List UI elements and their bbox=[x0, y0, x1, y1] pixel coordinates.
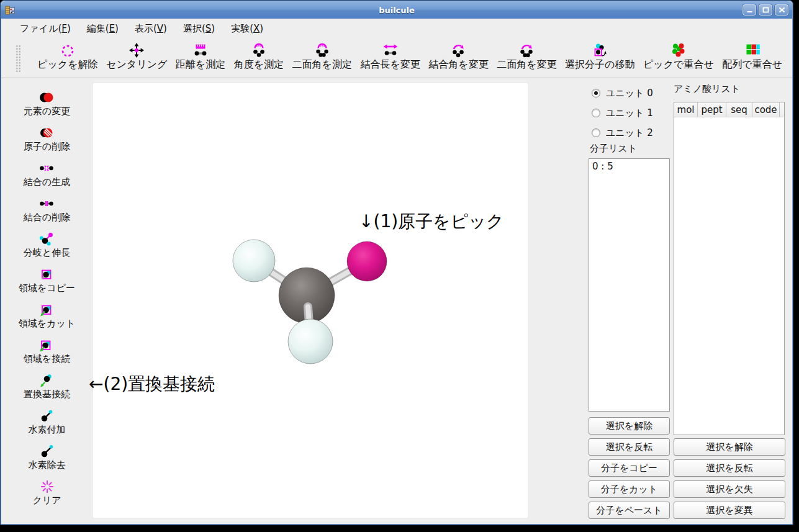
sidebar-delete-bond[interactable]: 結合の削除 bbox=[24, 196, 70, 223]
toolbar-change-bondangle[interactable]: 結合角を変更 bbox=[428, 42, 488, 71]
toolbar-label: 距離を測定 bbox=[176, 58, 225, 71]
radio-label: ユニット 1 bbox=[606, 107, 653, 119]
amino-delete-button[interactable]: 選択を欠失 bbox=[674, 480, 785, 498]
change-element-icon bbox=[38, 89, 55, 106]
deselect-selection-button[interactable]: 選択を解除 bbox=[589, 417, 670, 435]
menu-select[interactable]: 選択(S) bbox=[183, 23, 215, 35]
measure-distance-icon bbox=[192, 42, 209, 58]
sidebar-label: 領域をコピー bbox=[19, 282, 75, 294]
amino-column-header-seq[interactable]: seq bbox=[726, 102, 752, 117]
toolbar-measure-dihedral[interactable]: 二面角を測定 bbox=[292, 42, 352, 71]
create-bond-icon bbox=[38, 160, 55, 176]
toolbar-pick-superpose[interactable]: ピックで重合せ bbox=[643, 42, 714, 71]
sidebar-delete-atom[interactable]: 原子の削除 bbox=[24, 125, 70, 153]
amino-deselect-button[interactable]: 選択を解除 bbox=[674, 438, 785, 456]
molecule-list-item[interactable]: 0 : 5 bbox=[592, 161, 666, 172]
molecule-canvas[interactable]: ↓(1)原子をピック ←(2)置換基接続 bbox=[93, 83, 528, 518]
minimize-button[interactable] bbox=[743, 4, 756, 16]
toolbar-label: 二面角を測定 bbox=[292, 58, 352, 71]
toolbar-label: 配列で重合せ bbox=[722, 58, 782, 71]
amino-column-header-code[interactable]: code bbox=[752, 102, 780, 117]
amino-invert-button[interactable]: 選択を反転 bbox=[674, 459, 785, 477]
app-window: builcule ファイル(F)編集(E)表示(V)選択(S)実験(X) ピック… bbox=[0, 0, 793, 525]
sidebar-remove-hydrogen[interactable]: 水素除去 bbox=[29, 443, 66, 471]
amino-column-header-pept[interactable]: pept bbox=[698, 102, 726, 117]
radio-circle[interactable] bbox=[592, 89, 600, 97]
add-hydrogen-icon bbox=[39, 408, 55, 424]
sidebar-copy-region[interactable]: 領域をコピー bbox=[19, 266, 75, 294]
toolbar-centering[interactable]: センタリング bbox=[106, 42, 167, 71]
radio-circle[interactable] bbox=[592, 128, 600, 137]
sidebar-branch-extend[interactable]: 分岐と伸長 bbox=[24, 231, 70, 259]
unpick-icon bbox=[60, 42, 76, 58]
sidebar-label: 原子の削除 bbox=[24, 141, 70, 153]
change-dihedral-icon bbox=[518, 42, 535, 58]
toolbar-label: 二面角を変更 bbox=[497, 58, 556, 71]
toolbar-measure-angle[interactable]: 角度を測定 bbox=[234, 42, 284, 71]
sidebar-label: 結合の生成 bbox=[24, 176, 70, 188]
window-title: builcule bbox=[1, 6, 792, 15]
toolbar-label: 結合長を変更 bbox=[360, 58, 420, 71]
atom-hydrogen-white[interactable] bbox=[233, 240, 275, 282]
toolbar-label: 角度を測定 bbox=[234, 58, 284, 71]
sidebar-connect-region[interactable]: 領域を接続 bbox=[24, 337, 70, 365]
toolbar-change-dihedral[interactable]: 二面角を変更 bbox=[497, 42, 556, 71]
sidebar-label: 置換基接続 bbox=[24, 389, 70, 400]
atom-picked-magenta[interactable] bbox=[347, 241, 387, 281]
close-button[interactable] bbox=[775, 4, 788, 16]
radio-unit-2[interactable]: ユニット 2 bbox=[592, 127, 653, 138]
toolbar-label: 結合角を変更 bbox=[428, 58, 488, 71]
cut-molecule-button[interactable]: 分子をカット bbox=[589, 480, 670, 498]
sidebar-create-bond[interactable]: 結合の生成 bbox=[24, 160, 70, 188]
sidebar-label: クリア bbox=[32, 495, 61, 507]
radio-unit-0[interactable]: ユニット 0 bbox=[592, 88, 653, 99]
menu-view[interactable]: 表示(V) bbox=[135, 23, 167, 35]
sidebar-label: 分岐と伸長 bbox=[24, 247, 70, 259]
sidebar-change-element[interactable]: 元素の変更 bbox=[24, 89, 70, 117]
change-bondangle-icon bbox=[450, 42, 466, 58]
amino-table[interactable]: molpeptseqcode bbox=[674, 102, 785, 435]
toolbar-align-superpose[interactable]: 配列で重合せ bbox=[722, 42, 782, 71]
radio-label: ユニット 0 bbox=[606, 88, 653, 99]
amino-list-label: アミノ酸リスト bbox=[674, 83, 740, 95]
pick-superpose-icon bbox=[670, 42, 687, 58]
copy-molecule-button[interactable]: 分子をコピー bbox=[589, 459, 670, 477]
amino-column-header-mol[interactable]: mol bbox=[674, 102, 698, 117]
toolbar-label: 選択分子の移動 bbox=[565, 58, 634, 71]
radio-label: ユニット 2 bbox=[606, 127, 653, 139]
menu-edit[interactable]: 編集(E) bbox=[87, 23, 119, 35]
paste-molecule-button[interactable]: 分子をペースト bbox=[589, 502, 670, 519]
molecule-listbox[interactable]: 0 : 5 bbox=[589, 158, 670, 412]
toolbar-change-bondlength[interactable]: 結合長を変更 bbox=[360, 42, 420, 71]
menu-experiment[interactable]: 実験(X) bbox=[231, 23, 263, 35]
radio-unit-1[interactable]: ユニット 1 bbox=[592, 107, 653, 119]
atom-hydrogen-white[interactable] bbox=[288, 319, 333, 364]
sidebar-label: 結合の削除 bbox=[24, 212, 70, 223]
invert-selection-button[interactable]: 選択を反転 bbox=[589, 438, 670, 456]
remove-hydrogen-icon bbox=[39, 443, 55, 459]
move-molecule-icon bbox=[592, 42, 608, 58]
delete-atom-icon bbox=[38, 125, 55, 141]
sidebar-add-hydrogen[interactable]: 水素付加 bbox=[29, 408, 66, 436]
menu-file[interactable]: ファイル(F) bbox=[20, 23, 71, 35]
toolbar-move-molecule[interactable]: 選択分子の移動 bbox=[565, 42, 634, 71]
toolbar-measure-distance[interactable]: 距離を測定 bbox=[176, 42, 225, 71]
amino-panel: アミノ酸リスト molpeptseqcode 選択を解除選択を反転選択を欠失選択… bbox=[674, 79, 785, 524]
sidebar-substituent-connect[interactable]: 置換基接続 bbox=[24, 372, 70, 400]
sidebar-clear[interactable]: クリア bbox=[32, 479, 61, 507]
align-superpose-icon bbox=[744, 42, 761, 58]
maximize-button[interactable] bbox=[759, 4, 772, 16]
toolbar-grip-handle[interactable] bbox=[16, 45, 21, 72]
sidebar-label: 領域をカット bbox=[19, 318, 75, 330]
sidebar-label: 水素除去 bbox=[29, 459, 66, 471]
toolbar-unpick[interactable]: ピックを解除 bbox=[37, 42, 98, 71]
measure-angle-icon bbox=[251, 42, 267, 58]
sidebar-label: 水素付加 bbox=[29, 424, 66, 436]
radio-circle[interactable] bbox=[592, 109, 600, 117]
window-controls bbox=[743, 4, 788, 16]
amino-mutate-button[interactable]: 選択を変異 bbox=[674, 502, 785, 519]
titlebar[interactable]: builcule bbox=[1, 1, 792, 19]
toolbar-label: センタリング bbox=[106, 58, 167, 71]
sidebar-cut-region[interactable]: 領域をカット bbox=[19, 302, 75, 330]
change-bondlength-icon bbox=[382, 42, 399, 58]
